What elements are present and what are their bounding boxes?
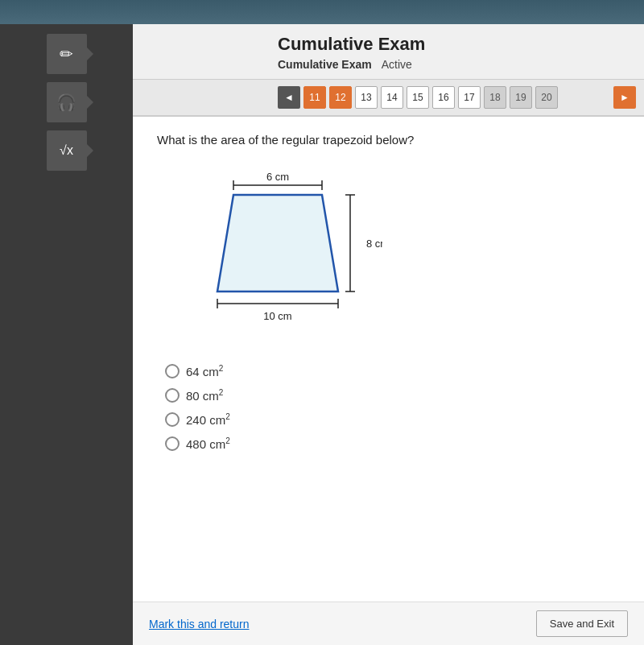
- radio-240[interactable]: [165, 412, 180, 427]
- pencil-tool[interactable]: ✏: [47, 34, 87, 74]
- formula-tool[interactable]: √x: [47, 130, 87, 171]
- svg-text:6 cm: 6 cm: [266, 171, 289, 183]
- nav-num-13[interactable]: 13: [355, 86, 378, 109]
- nav-num-16[interactable]: 16: [432, 86, 455, 109]
- exam-title: Cumulative Exam: [278, 34, 628, 55]
- nav-num-14[interactable]: 14: [381, 86, 403, 109]
- question-area: What is the area of the regular trapezoi…: [133, 117, 644, 602]
- nav-num-15[interactable]: 15: [407, 86, 429, 109]
- option-240[interactable]: 240 cm2: [165, 412, 620, 427]
- sidebar: ✏ 🎧 √x: [0, 24, 133, 645]
- main-area: ✏ 🎧 √x Cumulative Exam Cumulative Exam A…: [0, 24, 644, 645]
- nav-num-19[interactable]: 19: [510, 86, 532, 109]
- nav-num-20[interactable]: 20: [535, 86, 558, 109]
- option-480[interactable]: 480 cm2: [165, 436, 620, 451]
- save-exit-button[interactable]: Save and Exit: [536, 610, 628, 637]
- radio-480[interactable]: [165, 436, 180, 451]
- status-badge: Active: [382, 58, 412, 71]
- exam-subtitle-text: Cumulative Exam: [278, 58, 372, 71]
- headphones-tool[interactable]: 🎧: [47, 82, 87, 122]
- nav-num-18[interactable]: 18: [484, 86, 506, 109]
- question-text: What is the area of the regular trapezoi…: [157, 133, 620, 147]
- svg-text:8 cm: 8 cm: [366, 238, 382, 250]
- app-container: ✏ 🎧 √x Cumulative Exam Cumulative Exam A…: [0, 0, 644, 645]
- trapezoid-svg: 6 cm 10 cm 8 cm: [173, 163, 382, 332]
- mark-return-link[interactable]: Mark this and return: [149, 618, 250, 631]
- nav-bar: ◄ 11 12 13 14 15 16 17 18 19 20 ►: [133, 80, 644, 117]
- prev-button[interactable]: ◄: [278, 86, 300, 109]
- radio-64[interactable]: [165, 364, 180, 378]
- nav-num-17[interactable]: 17: [458, 86, 481, 109]
- pencil-icon: ✏: [60, 44, 73, 64]
- nav-wrapper: ◄ 11 12 13 14 15 16 17 18 19 20 ►: [278, 86, 636, 109]
- footer-bar: Mark this and return Save and Exit: [133, 602, 644, 645]
- option-label-480: 480 cm2: [186, 436, 230, 451]
- svg-marker-0: [217, 195, 338, 291]
- radio-80[interactable]: [165, 388, 180, 403]
- option-label-240: 240 cm2: [186, 412, 230, 427]
- header: Cumulative Exam Cumulative Exam Active: [133, 24, 644, 80]
- content-wrapper: Cumulative Exam Cumulative Exam Active ◄…: [133, 24, 644, 645]
- trapezoid-diagram: 6 cm 10 cm 8 cm: [173, 163, 382, 340]
- headphones-icon: 🎧: [56, 93, 76, 112]
- option-label-80: 80 cm2: [186, 388, 223, 403]
- next-button[interactable]: ►: [613, 86, 636, 109]
- top-bar: [0, 0, 644, 24]
- diagram-container: 6 cm 10 cm 8 cm: [173, 163, 620, 340]
- option-64[interactable]: 64 cm2: [165, 364, 620, 378]
- nav-num-11[interactable]: 11: [303, 86, 326, 109]
- formula-icon: √x: [60, 143, 73, 158]
- svg-text:10 cm: 10 cm: [263, 310, 291, 322]
- option-80[interactable]: 80 cm2: [165, 388, 620, 403]
- option-label-64: 64 cm2: [186, 364, 223, 378]
- options-container: 64 cm2 80 cm2 240 cm2 480 cm2: [165, 364, 620, 451]
- nav-num-12[interactable]: 12: [329, 86, 352, 109]
- exam-subtitle-row: Cumulative Exam Active: [278, 58, 628, 71]
